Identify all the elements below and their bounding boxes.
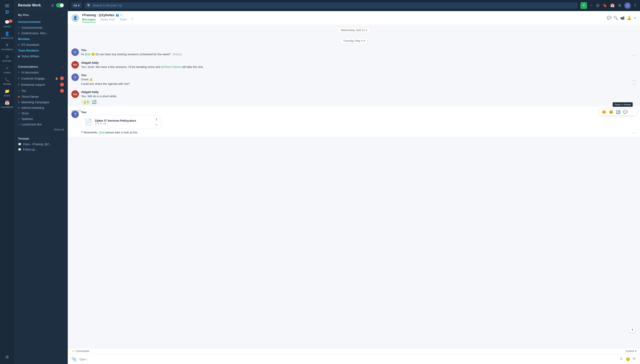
sidebar-item-zoelectronics[interactable]: # Zoelectronics- Mon... <box>15 30 68 36</box>
markdown-button[interactable]: M↓ <box>633 357 636 361</box>
msg-text-3b: Could you share the agenda with me? <box>81 82 636 86</box>
tab-tasks[interactable]: Tasks <box>120 17 127 22</box>
message-input[interactable] <box>79 358 617 361</box>
nav-phone[interactable]: 📞 PHONE <box>0 76 14 87</box>
sidebar-item-announcements[interactable]: ∘ Announcements <box>15 25 68 30</box>
members-icon: 👥 <box>116 14 119 17</box>
thread-item-class[interactable]: 💬 Class - #Training :@Z... <box>15 142 68 147</box>
status-toggle[interactable] <box>56 3 64 8</box>
download-icon[interactable]: ⬇ <box>155 118 158 121</box>
star-msg[interactable]: ☆ <box>71 112 74 116</box>
my-pins-more[interactable]: ··· <box>61 13 64 17</box>
nav-contacts[interactable]: 👤 CONTACTS <box>0 30 14 41</box>
sidebar-item-lucidcharts[interactable]: ∘ Lucidcharts Bot <box>15 122 68 127</box>
sidebar-item-taz[interactable]: ∘ Taz 1 <box>15 88 68 94</box>
sidebar-item-rufus[interactable]: Rufus William <box>15 54 68 59</box>
emoji-reaction-btn[interactable]: 😊 <box>601 110 607 114</box>
sidebar-header: Remote Work 🖥 <box>15 0 68 10</box>
msg-sender-4: Abigail Addy <box>81 90 636 94</box>
sidebar-item-enterprise-support[interactable]: # Enterprise-support 1 <box>15 82 68 88</box>
file-info: Zylker IT Services Policy.docx 174.41 KB <box>95 119 152 125</box>
file-name: Zylker IT Services Policy.docx <box>95 119 152 122</box>
nav-settings[interactable]: ⚙ <box>0 353 14 361</box>
actions-label[interactable]: Actions ▾ <box>625 350 636 353</box>
sidebar-item-splitwise[interactable]: ∘ Splitwise <box>15 116 68 122</box>
emoji-reaction-btn-2[interactable]: 😄 <box>608 110 614 114</box>
date-badge-april[interactable]: Wednesday, April 12 ▾ <box>338 28 370 33</box>
commands-label[interactable]: ⚡ Commands <box>71 350 89 353</box>
nav-files[interactable]: 📁 FILES <box>0 87 14 98</box>
forward-icon[interactable]: ↪ <box>155 123 158 126</box>
nav-calendar[interactable]: 📅 CALENDAR <box>0 98 14 110</box>
at-icon[interactable]: @ <box>596 4 599 8</box>
chat-area[interactable]: Wednesday, April 12 ▾ Thursday, May 4 ▾ … <box>68 25 640 348</box>
more-actions-btn[interactable]: ⋮ <box>629 110 634 114</box>
mention-all-1[interactable]: @all <box>85 52 90 56</box>
sidebar-item-customer-engage[interactable]: # Customer Engage... 🔒 2 <box>15 75 68 82</box>
quote-icon: ❝ <box>81 131 83 134</box>
threads-header[interactable]: Threads <box>15 136 68 142</box>
add-button[interactable]: + <box>580 2 587 9</box>
scroll-down-button[interactable]: ▾ <box>629 326 635 333</box>
conversations-header[interactable]: Conversations ··· <box>15 64 68 70</box>
tab-messages[interactable]: Messages <box>82 17 96 22</box>
reaction-add-btn[interactable]: 🔄 <box>92 100 96 104</box>
msg-sender-5: You <box>81 110 636 114</box>
video-icon[interactable]: 📹 <box>620 16 625 20</box>
my-pins-section: My Pins ··· Announcements ∘ Announcement… <box>15 10 68 62</box>
add-tab-button[interactable]: + <box>131 17 133 22</box>
input-actions: 🎙 😊 M↓ <box>619 357 636 361</box>
calendar-icon[interactable]: 📅 <box>610 3 615 8</box>
app-logo[interactable]: Z/ <box>5 10 10 14</box>
mention-all-2[interactable]: @all <box>99 131 105 134</box>
chat-icon[interactable]: 💬 <box>607 16 611 20</box>
search-channel-icon[interactable]: 🔍 <box>613 16 618 20</box>
sidebar-item-omar[interactable]: ∘ Omar <box>15 110 68 116</box>
emoji-custom-btn[interactable]: 🔄 <box>615 110 621 114</box>
conversations-more[interactable]: ··· <box>61 65 64 68</box>
attach-button[interactable]: 📎 <box>71 356 77 362</box>
thread-item-followup[interactable]: 💬 Follow-up... <box>15 147 68 152</box>
mention-olivia[interactable]: @Olivia Palmer <box>161 65 181 68</box>
avatar-abigail-2: AA <box>71 90 79 98</box>
bookmark-icon[interactable]: 🔖 <box>603 3 607 8</box>
sidebar-item-olivia[interactable]: Olivia Palmer <box>15 94 68 100</box>
date-badge-may[interactable]: Thursday, May 4 ▾ <box>340 38 367 44</box>
sidebar-item-ai-discussion[interactable]: ∘ AI discussion <box>15 70 68 75</box>
all-dropdown[interactable]: All ▾ <box>71 2 82 8</box>
msg-sender-1: You <box>81 48 636 52</box>
show-all-link[interactable]: Show all <box>15 127 68 132</box>
apps-grid-icon[interactable]: ⠿ <box>634 3 636 8</box>
reply-btn[interactable]: 💬 <box>622 110 628 114</box>
tab-media-files[interactable]: Media Files <box>100 17 115 22</box>
announcements-header[interactable]: Announcements <box>15 19 68 25</box>
nav-tasks[interactable]: ✓ TASKS <box>0 64 14 76</box>
reaction-thumbsup[interactable]: 👍 1 <box>81 100 91 104</box>
nav-chats[interactable]: 💬 3 CHATS <box>0 18 14 30</box>
msg-text-4: Yes. Will do in a short while. <box>81 94 636 98</box>
meridian-header[interactable]: Meridian <box>15 36 68 42</box>
commands-bar: ⚡ Commands Actions ▾ <box>68 348 640 354</box>
close-channel-icon[interactable]: ✕ <box>633 16 636 20</box>
badge-taz: 1 <box>60 89 64 93</box>
my-pins-header[interactable]: My Pins ··· <box>15 12 68 18</box>
thread-item-label-2: Follow-up... <box>23 148 37 151</box>
emoji-picker-icon[interactable]: 😊 <box>626 357 630 361</box>
sidebar-item-marketing[interactable]: # Marketing Campaigns <box>15 100 68 105</box>
msg-content-4: Abigail Addy Yes. Will do in a short whi… <box>81 90 636 104</box>
hamburger-menu[interactable] <box>3 3 11 9</box>
bell-icon[interactable]: 🔔 <box>627 16 631 20</box>
screen-share-icon[interactable]: 🖥 <box>51 4 54 7</box>
screen-icon[interactable]: 🖥 <box>618 4 621 8</box>
search-bar[interactable]: 🔍 Search in All (cmd + k) <box>84 2 578 9</box>
sidebar-item-ot-assistants[interactable]: # OT-Assistants <box>15 42 68 48</box>
message-actions-toolbar: Reply in thread 😊 😄 🔄 💬 ⋮ <box>599 108 636 116</box>
mic-icon[interactable]: 🎙 <box>619 357 623 361</box>
sidebar-item-referral[interactable]: # referral-marketing <box>15 105 68 110</box>
nav-history[interactable]: ⊙ HISTORY <box>0 52 14 64</box>
team-members-header[interactable]: Team Members <box>15 48 68 54</box>
top-bar: All ▾ 🔍 Search in All (cmd + k) + ☆ @ 🔖 … <box>68 0 640 11</box>
star-icon[interactable]: ☆ <box>590 3 593 8</box>
bottom-bar: ⚡ Commands Actions ▾ 📎 🎙 😊 M↓ <box>68 348 640 364</box>
nav-channels[interactable]: # CHANNELS <box>0 41 14 52</box>
